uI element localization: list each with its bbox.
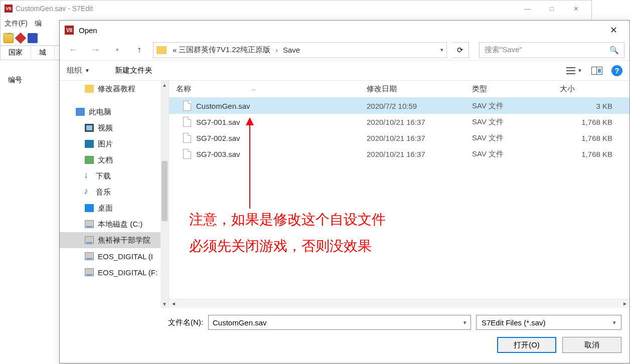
breadcrumb-2[interactable]: Save — [283, 46, 300, 54]
video-icon — [85, 124, 94, 132]
tree-item-label: 音乐 — [96, 188, 111, 197]
scroll-thumb[interactable] — [162, 161, 168, 221]
menu-edit[interactable]: 编 — [35, 19, 42, 28]
tree-item[interactable]: 视频 — [60, 120, 169, 136]
tab-country[interactable]: 国家 — [1, 46, 31, 59]
file-header: 名称︿ 修改日期 类型 大小 — [169, 81, 629, 98]
tree-item[interactable]: 焦裕禄干部学院 — [60, 232, 169, 248]
tree-item[interactable]: 修改器教程 — [60, 81, 169, 97]
breadcrumb-1[interactable]: 三国群英传7V1.22纯正原版 — [179, 45, 270, 55]
file-size: 3 KB — [553, 102, 619, 110]
file-date: 2020/10/21 16:37 — [360, 134, 465, 142]
file-name: SG7-002.sav — [196, 134, 240, 142]
breadcrumb-sep: › — [275, 46, 278, 54]
preview-pane-button[interactable] — [591, 67, 602, 75]
help-icon[interactable]: ? — [611, 65, 622, 76]
tree-item[interactable]: 桌面 — [60, 200, 169, 216]
search-input[interactable]: 搜索"Save" 🔍 — [479, 42, 624, 58]
file-row[interactable]: CustomGen.sav 2020/7/2 10:59 SAV 文件 3 KB — [169, 98, 629, 114]
tree-item[interactable]: 下载 — [60, 168, 169, 184]
file-date: 2020/7/2 10:59 — [360, 102, 465, 110]
nav-up-button[interactable]: ↑ — [131, 43, 148, 58]
nav-back-button[interactable]: ← — [65, 43, 82, 58]
file-icon — [183, 117, 191, 127]
scroll-left-icon[interactable]: ◄ — [169, 299, 178, 308]
tab-city[interactable]: 城 — [31, 46, 55, 59]
filetype-dropdown-icon[interactable]: ▾ — [613, 319, 616, 326]
filename-dropdown-icon[interactable]: ▾ — [463, 319, 466, 326]
bg-titlebar: VII CustomGen.sav - S7Edit — □ ✕ — [1, 1, 591, 17]
scroll-right-icon[interactable]: ► — [620, 299, 629, 308]
minimize-button[interactable]: — — [516, 2, 539, 16]
tree-item[interactable]: 文档 — [60, 152, 169, 168]
nav-recent-button[interactable]: ▾ — [109, 43, 126, 58]
filename-input[interactable]: CustomGen.sav ▾ — [208, 315, 471, 330]
tree-item-label: 本地磁盘 (C:) — [98, 220, 142, 229]
refresh-button[interactable]: ⟳ — [452, 42, 469, 58]
col-size[interactable]: 大小 — [553, 84, 629, 94]
col-type[interactable]: 类型 — [465, 84, 553, 94]
col-name[interactable]: 名称︿ — [169, 84, 360, 94]
desk-icon — [85, 204, 94, 212]
tree-item[interactable]: 此电脑 — [60, 104, 169, 120]
tree-item[interactable]: EOS_DIGITAL (F: — [60, 264, 169, 280]
save-icon[interactable] — [28, 33, 38, 43]
tree-item-label: 桌面 — [98, 204, 113, 213]
address-bar[interactable]: « 三国群英传7V1.22纯正原版 › Save ▾ — [153, 42, 447, 58]
folder-icon — [85, 85, 94, 93]
file-icon — [183, 133, 191, 143]
open-icon[interactable] — [4, 33, 14, 43]
tree-item-label: 修改器教程 — [98, 84, 135, 94]
dialog-close-button[interactable]: ✕ — [602, 23, 624, 38]
file-row[interactable]: SG7-003.sav 2020/10/21 16:37 SAV 文件 1,76… — [169, 146, 629, 162]
close-button[interactable]: ✕ — [564, 2, 587, 16]
file-type: SAV 文件 — [465, 133, 553, 143]
col-date[interactable]: 修改日期 — [360, 84, 465, 94]
horizontal-scrollbar[interactable]: ◄ ► — [169, 299, 629, 308]
file-date: 2020/10/21 16:37 — [360, 150, 465, 158]
cancel-button[interactable]: 取消 — [562, 337, 621, 353]
organize-button[interactable]: 组织 ▼ — [67, 66, 90, 75]
tool-icon-1[interactable] — [15, 32, 27, 44]
tree-item[interactable]: 音乐 — [60, 184, 169, 200]
scroll-down-icon[interactable]: ▼ — [161, 300, 169, 308]
pic-icon — [85, 140, 94, 148]
file-name: CustomGen.sav — [196, 102, 250, 110]
address-dropdown-icon[interactable]: ▾ — [440, 47, 443, 53]
annotation-arrow — [249, 118, 250, 209]
tree-scrollbar[interactable]: ▲▼ — [161, 81, 169, 308]
drive-icon — [85, 252, 94, 260]
dialog-toolbar: 组织 ▼ 新建文件夹 ▼ ? — [60, 61, 629, 81]
tree-item-label: 焦裕禄干部学院 — [98, 236, 150, 245]
file-size: 1,768 KB — [553, 150, 619, 158]
file-row[interactable]: SG7-002.sav 2020/10/21 16:37 SAV 文件 1,76… — [169, 130, 629, 146]
app-icon: VII — [5, 5, 13, 13]
tree-item[interactable]: 本地磁盘 (C:) — [60, 216, 169, 232]
file-row[interactable]: SG7-001.sav 2020/10/21 16:37 SAV 文件 1,76… — [169, 114, 629, 130]
maximize-button[interactable]: □ — [540, 2, 563, 16]
scroll-up-icon[interactable]: ▲ — [161, 81, 169, 89]
music-icon — [85, 188, 92, 196]
file-size: 1,768 KB — [553, 118, 619, 126]
tree-item-label: EOS_DIGITAL (F: — [98, 268, 158, 277]
doc-icon — [85, 156, 94, 164]
new-folder-button[interactable]: 新建文件夹 — [115, 66, 152, 75]
nav-forward-button: → — [87, 43, 104, 58]
view-options-button[interactable]: ▼ — [566, 67, 582, 74]
dialog-app-icon: VII — [65, 26, 74, 35]
drive-icon — [85, 268, 94, 276]
file-name: SG7-001.sav — [196, 118, 240, 126]
filename-label: 文件名(N): — [68, 318, 203, 327]
tree-item-label: 文档 — [98, 155, 113, 165]
file-icon — [183, 101, 191, 111]
tree-item[interactable]: EOS_DIGITAL (I — [60, 248, 169, 264]
tree-item[interactable]: 图片 — [60, 136, 169, 152]
menu-file[interactable]: 文件(F) — [5, 19, 28, 28]
open-button[interactable]: 打开(O) — [497, 337, 556, 353]
bg-title: CustomGen.sav - S7Edit — [16, 5, 516, 13]
bg-subheader: 编号 — [4, 74, 26, 86]
filetype-select[interactable]: S7Edit Files (*.sav) ▾ — [476, 315, 621, 330]
file-list: 名称︿ 修改日期 类型 大小 CustomGen.sav 2020/7/2 10… — [169, 81, 629, 308]
breadcrumb-prefix: « — [173, 46, 177, 54]
chevron-down-icon: ▼ — [85, 68, 90, 73]
